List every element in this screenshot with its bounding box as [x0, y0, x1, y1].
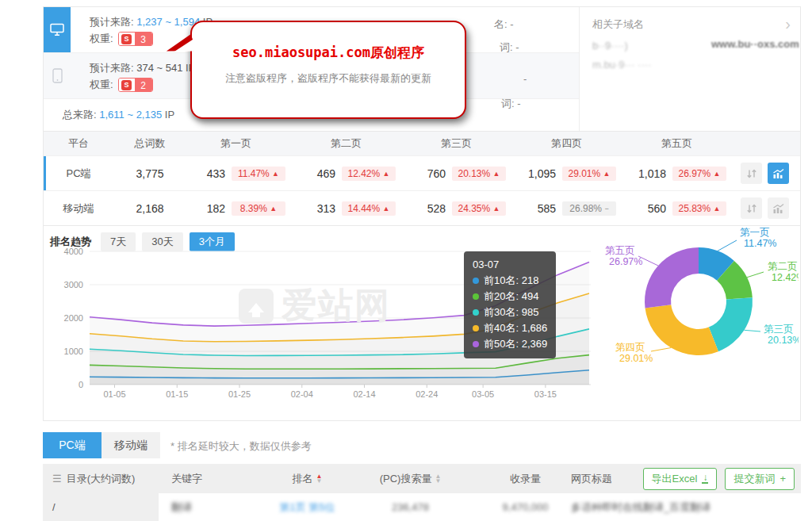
tab-mobile[interactable]: 移动端 — [102, 432, 160, 458]
subdomain-item[interactable]: www.bu··oxs.com — [711, 38, 799, 50]
page-stat-cell: 56025.83% ▲ — [627, 201, 737, 216]
tooltip-entry: 前50名: 2,369 — [473, 336, 547, 352]
col-search-volume-sort[interactable]: (PC)搜索量▲▼ — [341, 472, 480, 486]
rank-link[interactable]: 第1页 第5位 — [274, 500, 341, 515]
directory-row[interactable]: / — [43, 493, 159, 521]
donut-label: 第四页 — [615, 342, 645, 353]
pct-change-badge: 26.97% ▲ — [672, 167, 726, 181]
mobile-weight-badge[interactable]: S 2 — [118, 78, 153, 92]
platform-tabs: PC端 移动端 — [43, 432, 160, 458]
svg-text:01-25: 01-25 — [228, 389, 251, 399]
svg-text:02-14: 02-14 — [353, 389, 375, 399]
page-stat-cell: 52824.35% ▲ — [407, 201, 517, 216]
donut-label: 第五页 — [605, 245, 635, 256]
svg-text:02-04: 02-04 — [291, 389, 313, 399]
page-stat-cell: 43311.47% ▲ — [186, 167, 297, 181]
donut-pct: 20.13% — [768, 335, 799, 346]
index-count-cell: 9,470,000 — [480, 501, 571, 513]
sort-toggle-icon[interactable] — [741, 163, 762, 184]
rank-table-header: 平台总词数第一页第二页第三页第四页第五页 — [44, 132, 800, 155]
col-page-title: 网页标题 — [571, 472, 643, 486]
keyword-cell[interactable]: 翻译 — [159, 500, 274, 515]
rank-table-row: 移动端2,1681828.39% ▲31314.44% ▲52824.35% ▲… — [44, 190, 800, 225]
chart-view-icon[interactable] — [768, 163, 789, 184]
rank-distribution-table: 平台总词数第一页第二页第三页第四页第五页 PC端3,77543311.47% ▲… — [44, 132, 800, 226]
pc-traffic-label: 预计来路: — [90, 16, 134, 28]
pct-change-badge: 25.83% ▲ — [672, 201, 726, 216]
pct-change-badge: 24.35% ▲ — [452, 201, 506, 216]
page-title-cell[interactable]: 多语种即时在线翻译_百度翻译 — [571, 500, 801, 515]
keyword-table: 关键字 排名▲▼ (PC)搜索量▲▼ 收录量 网页标题 导出Excel↓ 提交新… — [159, 464, 801, 521]
menu-icon: ☰ — [52, 473, 62, 485]
donut-slice[interactable] — [645, 305, 718, 355]
field-fragment: 词: - — [500, 40, 519, 55]
col-page: 第一页 — [186, 136, 297, 151]
directory-column: ☰ 目录(大约词数) / — [43, 464, 159, 521]
tooltip-entry: 前40名: 1,686 — [473, 320, 547, 336]
tooltip-date: 03-07 — [473, 257, 547, 273]
seo-s-logo-icon: S — [119, 79, 135, 91]
col-total-words: 总词数 — [113, 136, 186, 151]
seo-s-logo-icon: S — [119, 33, 135, 45]
donut-slice[interactable] — [709, 297, 753, 351]
pct-change-badge: 14.44% ▲ — [342, 201, 396, 216]
submit-keywords-button[interactable]: 提交新词+ — [725, 468, 795, 490]
col-rank-sort[interactable]: 排名▲▼ — [274, 472, 341, 486]
col-page: 第二页 — [297, 136, 407, 151]
svg-text:0: 0 — [79, 380, 83, 389]
tooltip-entry: 前20名: 494 — [473, 289, 547, 305]
donut-label: 第二页 — [768, 261, 798, 272]
pct-change-badge: 11.47% ▲ — [232, 167, 285, 181]
total-words-cell: 2,168 — [113, 202, 186, 215]
mobile-weight-label: 权重: — [90, 77, 113, 93]
donut-slice[interactable] — [645, 247, 699, 308]
rank-delay-note: * 排名延时较大，数据仅供参考 — [170, 439, 312, 454]
export-excel-button[interactable]: 导出Excel↓ — [643, 468, 718, 490]
svg-text:1000: 1000 — [64, 347, 83, 356]
col-page: 第四页 — [517, 136, 627, 151]
donut-label: 第三页 — [764, 324, 794, 335]
promo-subtitle: 注意盗版程序，盗版程序不能获得最新的更新 — [192, 71, 465, 86]
keyword-table-header: 关键字 排名▲▼ (PC)搜索量▲▼ 收录量 网页标题 导出Excel↓ 提交新… — [159, 464, 801, 493]
page-stat-cell: 76020.13% ▲ — [407, 167, 517, 181]
tab-pc[interactable]: PC端 — [43, 432, 102, 458]
trend-section: 排名趋势 7天 30天 3个月 0100020003000400001-0501… — [44, 226, 800, 419]
svg-text:01-05: 01-05 — [103, 389, 125, 399]
donut-pct: 11.47% — [744, 238, 776, 249]
sort-toggle-icon[interactable] — [741, 197, 762, 219]
chevron-right-icon[interactable]: › — [785, 17, 791, 31]
related-subdomains-panel: 相关子域名 › b··9····) www.bu··oxs.com m.bu·9… — [580, 7, 800, 131]
svg-text:01-15: 01-15 — [166, 389, 188, 399]
tooltip-entry: 前10名: 218 — [473, 273, 547, 289]
search-volume-cell: 236,478 — [341, 501, 480, 513]
plus-icon: + — [779, 473, 786, 485]
donut-pct: 26.97% — [609, 256, 642, 267]
pc-weight-label: 权重: — [90, 31, 113, 47]
chart-view-icon[interactable] — [768, 197, 789, 219]
field-fragment: - — [523, 73, 527, 85]
tooltip-entry: 前30名: 985 — [473, 305, 547, 320]
col-platform: 平台 — [44, 136, 113, 151]
total-words-cell: 3,775 — [113, 167, 186, 180]
page-stat-cell: 1,01826.97% ▲ — [627, 167, 737, 181]
pc-weight-value: 3 — [135, 33, 152, 45]
mobile-weight-value: 2 — [135, 79, 152, 91]
platform-cell: 移动端 — [44, 201, 113, 216]
svg-text:02-24: 02-24 — [416, 389, 438, 399]
field-fragment: 名: - — [494, 17, 514, 32]
col-keyword: 关键字 — [159, 472, 274, 486]
col-page: 第五页 — [627, 136, 737, 151]
pc-traffic-value: 1,237 ~ 1,594 — [136, 16, 200, 28]
subdomain-item[interactable]: b··9····) — [592, 40, 628, 52]
pc-weight-badge[interactable]: S 3 — [118, 32, 153, 46]
col-page: 第三页 — [407, 136, 517, 151]
promo-title: seo.miaosupai.com原创程序 — [192, 44, 465, 62]
svg-text:03-05: 03-05 — [472, 389, 494, 399]
directory-header: 目录(大约词数) — [67, 472, 136, 486]
pct-change-badge: 26.98% − — [562, 201, 616, 216]
col-index-count: 收录量 — [480, 472, 571, 486]
page-stat-cell: 1,09529.01% ▲ — [517, 167, 627, 181]
field-fragment: 词: - — [501, 97, 521, 111]
mobile-traffic-value: 374 ~ 541 — [136, 62, 182, 74]
subdomain-item[interactable]: m.bu·9··· ···· — [592, 59, 651, 71]
